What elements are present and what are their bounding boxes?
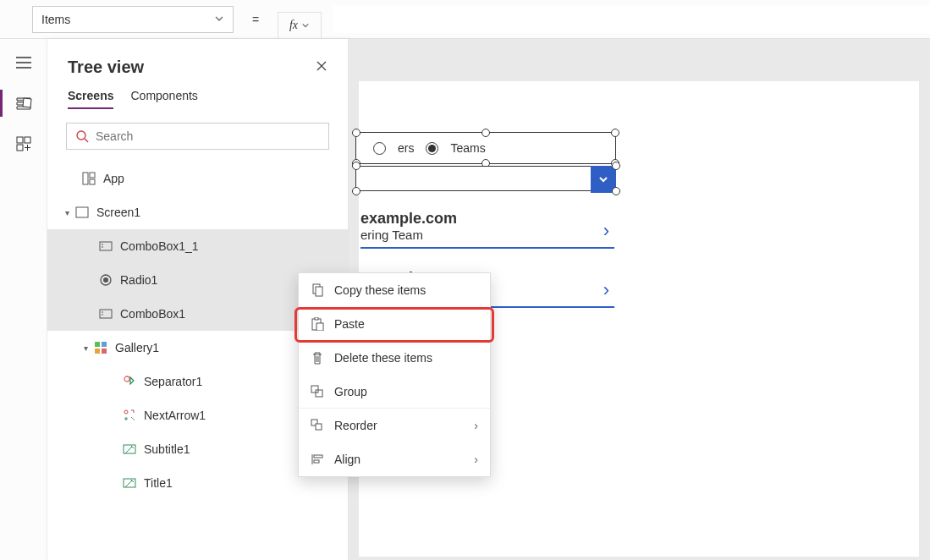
- align-icon: [311, 453, 324, 466]
- property-selector[interactable]: Items: [32, 6, 234, 33]
- context-menu-group[interactable]: Group: [299, 375, 490, 409]
- group-icon: [311, 385, 324, 398]
- svg-rect-7: [76, 207, 88, 217]
- svg-rect-28: [316, 424, 322, 430]
- svg-rect-4: [83, 173, 88, 184]
- svg-rect-15: [102, 349, 107, 354]
- svg-rect-13: [102, 342, 107, 347]
- svg-rect-21: [316, 287, 322, 296]
- svg-rect-2: [17, 145, 23, 151]
- delete-icon: [311, 351, 324, 365]
- radio-option[interactable]: [373, 142, 386, 155]
- svg-rect-29: [314, 455, 322, 458]
- context-menu-label: Reorder: [334, 419, 377, 432]
- context-menu-delete[interactable]: Delete these items: [299, 341, 490, 375]
- context-menu-paste[interactable]: Paste: [299, 307, 490, 341]
- tree-label: Gallery1: [115, 341, 159, 354]
- svg-rect-12: [95, 342, 100, 347]
- tab-components[interactable]: Components: [130, 89, 197, 109]
- svg-point-10: [103, 277, 108, 283]
- tree-label: Screen1: [96, 206, 140, 219]
- chevron-right-icon[interactable]: ›: [603, 279, 609, 301]
- property-selector-label: Items: [41, 13, 70, 26]
- chevron-down-icon: ▾: [59, 208, 74, 217]
- context-menu-label: Paste: [334, 317, 365, 331]
- gallery-subtitle: ering Team: [360, 228, 614, 242]
- tree-tabs: Screens Components: [47, 80, 348, 114]
- svg-point-16: [124, 376, 129, 382]
- resize-handle[interactable]: [612, 162, 620, 170]
- svg-rect-24: [316, 323, 323, 331]
- tree-label: ComboBox1: [120, 307, 185, 321]
- tree-node-combobox1-1[interactable]: ComboBox1_1: [47, 229, 348, 263]
- radio-option-selected[interactable]: [426, 142, 438, 155]
- svg-rect-23: [315, 317, 318, 320]
- fx-dropdown[interactable]: fx: [278, 12, 322, 39]
- context-menu-reorder[interactable]: Reorder ›: [299, 409, 490, 442]
- equals-label: =: [245, 13, 266, 26]
- svg-point-17: [124, 410, 128, 414]
- resize-handle[interactable]: [482, 129, 490, 137]
- search-field[interactable]: [96, 129, 320, 143]
- chevron-right-icon: ›: [474, 453, 478, 466]
- svg-rect-25: [311, 386, 318, 393]
- combobox-control[interactable]: [355, 166, 616, 191]
- insert-icon[interactable]: [14, 134, 34, 154]
- context-menu-label: Group: [334, 385, 367, 398]
- context-menu-label: Copy these items: [334, 283, 426, 297]
- tree-label: Title1: [144, 476, 173, 490]
- resize-handle[interactable]: [352, 162, 360, 170]
- context-menu-copy[interactable]: Copy these items: [299, 273, 490, 307]
- paste-icon: [311, 317, 324, 331]
- chevron-down-icon: ▾: [78, 343, 93, 353]
- context-menu-align[interactable]: Align ›: [299, 442, 490, 476]
- svg-rect-11: [100, 310, 112, 318]
- resize-handle[interactable]: [611, 129, 619, 137]
- gallery-item[interactable]: example.com ering Team ›: [360, 206, 614, 255]
- tree-node-app[interactable]: App: [47, 162, 348, 195]
- chevron-down-icon: [214, 13, 224, 26]
- svg-rect-6: [90, 179, 95, 184]
- label-icon: [122, 442, 137, 457]
- left-rail: [0, 39, 47, 560]
- screen-icon: [74, 205, 90, 220]
- tree-label: Subtitle1: [144, 442, 190, 456]
- search-input[interactable]: [66, 123, 329, 150]
- app-root: Items = fx Tree view: [0, 0, 930, 560]
- context-menu: Copy these items Paste Delete these item…: [298, 272, 491, 477]
- label-icon: [122, 475, 137, 491]
- radio-control[interactable]: ers Teams: [355, 132, 616, 164]
- svg-rect-0: [17, 137, 23, 143]
- resize-handle[interactable]: [352, 129, 360, 137]
- tree-label: ComboBox1_1: [120, 239, 199, 253]
- svg-rect-8: [100, 242, 112, 250]
- radio-icon: [98, 272, 113, 288]
- formula-bar: Items = fx: [0, 0, 930, 39]
- gallery-icon: [93, 340, 108, 355]
- radio-label: ers: [398, 141, 414, 155]
- hamburger-icon[interactable]: [14, 52, 34, 73]
- separator: [360, 247, 614, 249]
- shapes-icon: [122, 408, 137, 423]
- search-icon: [75, 129, 89, 143]
- tab-screens[interactable]: Screens: [68, 89, 113, 109]
- tree-view-icon[interactable]: [14, 93, 34, 113]
- combobox-icon: [98, 239, 113, 254]
- svg-point-3: [77, 131, 85, 140]
- svg-rect-14: [95, 349, 100, 354]
- separator-icon: [122, 374, 137, 389]
- reorder-icon: [311, 419, 324, 432]
- copy-icon: [311, 283, 324, 297]
- formula-input[interactable]: [333, 6, 930, 33]
- resize-handle[interactable]: [352, 187, 360, 195]
- resize-handle[interactable]: [612, 187, 620, 195]
- tree-label: NextArrow1: [144, 409, 206, 422]
- app-icon: [81, 171, 96, 186]
- combobox-icon: [98, 306, 113, 321]
- tree-node-screen1[interactable]: ▾ Screen1: [47, 195, 348, 229]
- svg-rect-1: [25, 137, 30, 143]
- close-icon[interactable]: [316, 60, 327, 74]
- fx-icon: fx: [289, 19, 298, 32]
- chevron-right-icon[interactable]: ›: [603, 220, 609, 242]
- gallery-title: example.com: [360, 210, 614, 228]
